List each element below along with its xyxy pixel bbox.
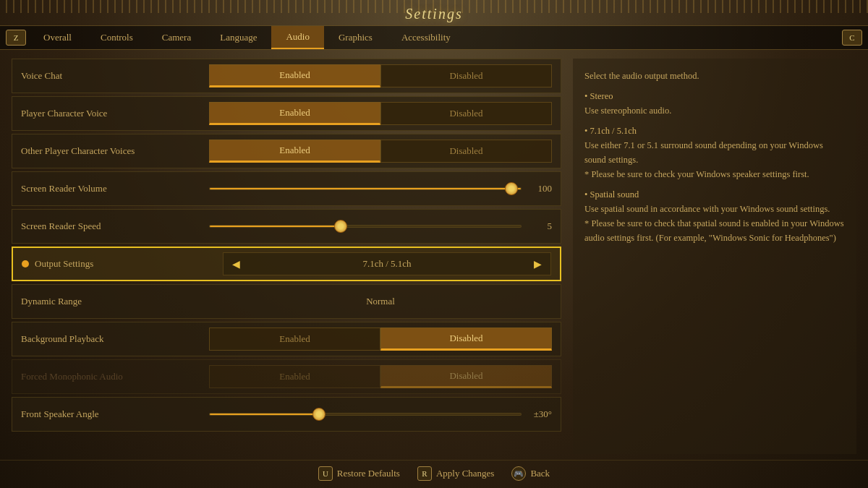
setting-row-other-voices: Other Player Character Voices Enabled Di… (12, 134, 561, 168)
tab-controls[interactable]: Controls (86, 27, 148, 48)
toggle-group-player-voice: Enabled Disabled (209, 102, 552, 125)
restore-defaults-label: Restore Defaults (337, 468, 400, 479)
toggle-disabled-forced-monophonic[interactable]: Disabled (380, 365, 552, 388)
toggle-group-background-playback: Enabled Disabled (209, 328, 552, 351)
restore-key-badge: U (318, 466, 333, 481)
setting-row-voice-chat: Voice Chat Enabled Disabled (12, 59, 561, 93)
slider-thumb-angle[interactable] (312, 408, 326, 421)
toggle-enabled-forced-monophonic[interactable]: Enabled (209, 365, 380, 388)
info-stereo-label: • Stereo (584, 91, 613, 101)
tab-camera[interactable]: Camera (148, 27, 205, 48)
slider-track-speed[interactable] (209, 225, 522, 228)
info-intro: Select the audio output method. (584, 69, 845, 83)
info-bullet-spatial-header: • Spatial sound Use spatial sound in acc… (584, 187, 845, 245)
setting-label-output-settings: Output Settings (35, 258, 223, 270)
arrow-value-output: 7.1ch / 5.1ch (362, 258, 411, 270)
slider-value-volume: 100 (530, 183, 552, 194)
slider-front-speaker-angle: ±30° (209, 408, 552, 420)
back-action[interactable]: 🎮 Back (511, 466, 550, 481)
toggle-disabled-background-playback[interactable]: Disabled (380, 328, 552, 351)
setting-label-screen-reader-speed: Screen Reader Speed (21, 221, 209, 232)
apply-changes-action[interactable]: R Apply Changes (417, 466, 495, 481)
setting-label-front-speaker-angle: Front Speaker Angle (21, 408, 209, 420)
slider-value-speed: 5 (530, 221, 552, 232)
toggle-group-forced-monophonic: Enabled Disabled (209, 365, 552, 388)
toggle-enabled-player-voice[interactable]: Enabled (209, 102, 380, 125)
info-bullet-71ch-header: • 7.1ch / 5.1ch Use either 7.1 or 5.1 su… (584, 124, 845, 181)
tab-accessibility[interactable]: Accessibility (387, 27, 465, 48)
tab-left-key: Z (6, 30, 26, 46)
settings-panel: Voice Chat Enabled Disabled Player Chara… (12, 59, 561, 454)
tab-bar: Z Overall Controls Camera Language Audio… (0, 25, 868, 50)
setting-row-player-character-voice: Player Character Voice Enabled Disabled (12, 96, 561, 131)
setting-row-forced-monophonic: Forced Monophonic Audio Enabled Disabled (12, 359, 561, 394)
output-indicator-dot (22, 260, 29, 267)
info-71ch-body: Use either 7.1 or 5.1 surround sound dep… (584, 140, 823, 179)
apply-changes-label: Apply Changes (436, 468, 495, 479)
tab-right-key: C (842, 30, 862, 46)
toggle-disabled-player-voice[interactable]: Disabled (380, 102, 552, 125)
apply-key-badge: R (417, 466, 432, 481)
arrow-left-output[interactable]: ◀ (229, 258, 243, 270)
page-title: Settings (0, 0, 868, 25)
setting-row-dynamic-range: Dynamic Range Normal (12, 284, 561, 319)
tab-language[interactable]: Language (205, 27, 271, 48)
arrow-right-output[interactable]: ▶ (531, 258, 545, 270)
setting-label-other-voices: Other Player Character Voices (21, 145, 209, 157)
tab-graphics[interactable]: Graphics (324, 27, 387, 48)
back-icon-badge: 🎮 (511, 466, 526, 481)
bottom-bar: U Restore Defaults R Apply Changes 🎮 Bac… (0, 460, 868, 488)
setting-row-front-speaker-angle: Front Speaker Angle ±30° (12, 397, 561, 432)
toggle-group-other-voices: Enabled Disabled (209, 140, 552, 163)
toggle-disabled-voice-chat[interactable]: Disabled (380, 64, 552, 87)
dynamic-range-value: Normal (209, 296, 552, 307)
slider-track-angle[interactable] (209, 413, 522, 416)
back-label: Back (530, 468, 550, 479)
toggle-enabled-other-voices[interactable]: Enabled (209, 140, 380, 163)
setting-label-screen-reader-volume: Screen Reader Volume (21, 183, 209, 194)
setting-label-forced-monophonic: Forced Monophonic Audio (21, 371, 209, 382)
setting-row-screen-reader-volume: Screen Reader Volume 100 (12, 171, 561, 206)
slider-thumb-volume[interactable] (505, 182, 518, 195)
tab-overall[interactable]: Overall (29, 27, 86, 48)
info-panel: Select the audio output method. • Stereo… (573, 59, 856, 454)
setting-label-background-playback: Background Playback (21, 333, 209, 345)
info-stereo-body: Use stereophonic audio. (584, 106, 671, 116)
restore-defaults-action[interactable]: U Restore Defaults (318, 466, 400, 481)
setting-row-output-settings: Output Settings ◀ 7.1ch / 5.1ch ▶ (12, 247, 561, 281)
info-spatial-label: • Spatial sound (584, 189, 639, 200)
tab-audio[interactable]: Audio (271, 26, 324, 49)
setting-label-voice-chat: Voice Chat (21, 70, 209, 82)
toggle-disabled-other-voices[interactable]: Disabled (380, 140, 552, 163)
slider-screen-reader-volume: 100 (209, 183, 552, 194)
setting-row-background-playback: Background Playback Enabled Disabled (12, 322, 561, 356)
info-bullet-stereo-header: • Stereo Use stereophonic audio. (584, 89, 845, 118)
setting-label-player-character-voice: Player Character Voice (21, 108, 209, 119)
toggle-enabled-background-playback[interactable]: Enabled (209, 328, 380, 351)
arrow-selector-output: ◀ 7.1ch / 5.1ch ▶ (223, 252, 551, 275)
slider-screen-reader-speed: 5 (209, 221, 552, 232)
slider-track-volume[interactable] (209, 187, 522, 190)
setting-label-dynamic-range: Dynamic Range (21, 296, 209, 307)
setting-row-screen-reader-speed: Screen Reader Speed 5 (12, 209, 561, 244)
slider-value-angle: ±30° (530, 408, 552, 420)
toggle-enabled-voice-chat[interactable]: Enabled (209, 64, 380, 87)
info-spatial-body: Use spatial sound in accordance with you… (584, 204, 844, 243)
slider-thumb-speed[interactable] (334, 220, 347, 233)
toggle-group-voice-chat: Enabled Disabled (209, 64, 552, 87)
info-71ch-label: • 7.1ch / 5.1ch (584, 126, 637, 136)
